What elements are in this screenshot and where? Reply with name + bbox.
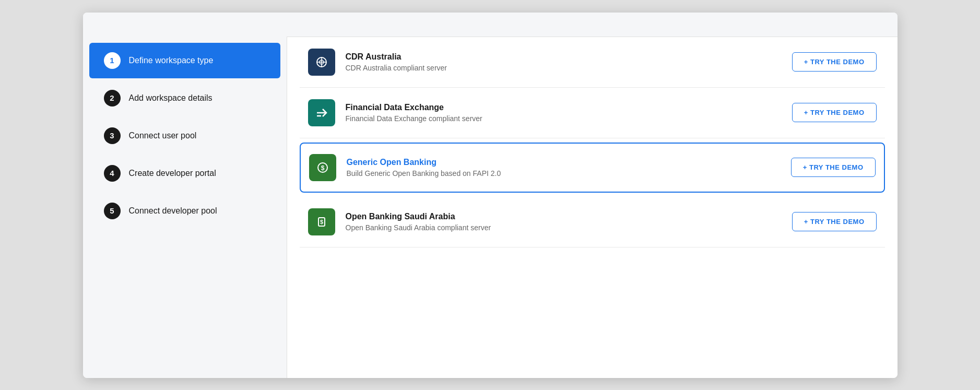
step-badge-2: 2 [104, 90, 121, 107]
workspace-icon-generic-open-banking: $ [309, 154, 336, 181]
step-badge-1: 1 [104, 52, 121, 69]
try-demo-button-open-banking-saudi-arabia[interactable]: + TRY THE DEMO [792, 212, 877, 231]
workspace-name-open-banking-saudi-arabia: Open Banking Saudi Arabia [346, 212, 782, 221]
workspace-desc-generic-open-banking: Build Generic Open Banking based on FAPI… [347, 169, 781, 178]
sidebar-step-2[interactable]: 2Add workspace details [89, 80, 280, 116]
sidebar-step-5[interactable]: 5Connect developer pool [89, 193, 280, 229]
workspace-desc-financial-data-exchange: Financial Data Exchange compliant server [346, 114, 782, 123]
step-label-1: Define workspace type [129, 56, 214, 65]
create-workspace-modal: 1Define workspace type2Add workspace det… [83, 13, 898, 378]
workspace-info-open-banking-saudi-arabia: Open Banking Saudi ArabiaOpen Banking Sa… [346, 212, 782, 232]
workspace-list: CDR AustraliaCDR Australia compliant ser… [287, 37, 898, 247]
try-demo-button-generic-open-banking[interactable]: + TRY THE DEMO [791, 158, 876, 177]
workspace-icon-financial-data-exchange [308, 99, 335, 126]
step-badge-3: 3 [104, 127, 121, 144]
workspace-info-cdr-australia: CDR AustraliaCDR Australia compliant ser… [346, 52, 782, 72]
workspace-desc-cdr-australia: CDR Australia compliant server [346, 64, 782, 72]
svg-text:$: $ [320, 219, 323, 225]
workspace-name-cdr-australia: CDR Australia [346, 52, 782, 62]
step-badge-4: 4 [104, 165, 121, 182]
workspace-icon-open-banking-saudi-arabia: $ [308, 208, 335, 235]
sidebar-step-1[interactable]: 1Define workspace type [89, 43, 280, 78]
workspace-item-financial-data-exchange[interactable]: Financial Data ExchangeFinancial Data Ex… [300, 88, 885, 138]
workspace-item-generic-open-banking[interactable]: $ Generic Open BankingBuild Generic Open… [300, 143, 885, 193]
steps-sidebar: 1Define workspace type2Add workspace det… [83, 37, 287, 378]
try-demo-button-cdr-australia[interactable]: + TRY THE DEMO [792, 52, 877, 72]
workspace-item-open-banking-saudi-arabia[interactable]: $ Open Banking Saudi ArabiaOpen Banking … [300, 197, 885, 247]
modal-body: 1Define workspace type2Add workspace det… [83, 37, 898, 378]
workspace-name-generic-open-banking: Generic Open Banking [347, 158, 781, 167]
workspace-info-financial-data-exchange: Financial Data ExchangeFinancial Data Ex… [346, 103, 782, 123]
sidebar-step-4[interactable]: 4Create developer portal [89, 156, 280, 191]
step-label-5: Connect developer pool [129, 206, 217, 216]
workspace-icon-cdr-australia [308, 49, 335, 76]
step-label-3: Connect user pool [129, 131, 197, 140]
workspace-info-generic-open-banking: Generic Open BankingBuild Generic Open B… [347, 158, 781, 178]
content-area: CDR AustraliaCDR Australia compliant ser… [287, 37, 898, 378]
modal-header [83, 13, 898, 37]
svg-text:$: $ [321, 164, 324, 172]
close-button[interactable] [872, 24, 881, 28]
step-label-4: Create developer portal [129, 169, 216, 178]
step-label-2: Add workspace details [129, 93, 212, 103]
sidebar-step-3[interactable]: 3Connect user pool [89, 118, 280, 153]
workspace-desc-open-banking-saudi-arabia: Open Banking Saudi Arabia compliant serv… [346, 223, 782, 232]
try-demo-button-financial-data-exchange[interactable]: + TRY THE DEMO [792, 103, 877, 122]
workspace-name-financial-data-exchange: Financial Data Exchange [346, 103, 782, 112]
step-badge-5: 5 [104, 203, 121, 219]
workspace-item-cdr-australia[interactable]: CDR AustraliaCDR Australia compliant ser… [300, 37, 885, 88]
